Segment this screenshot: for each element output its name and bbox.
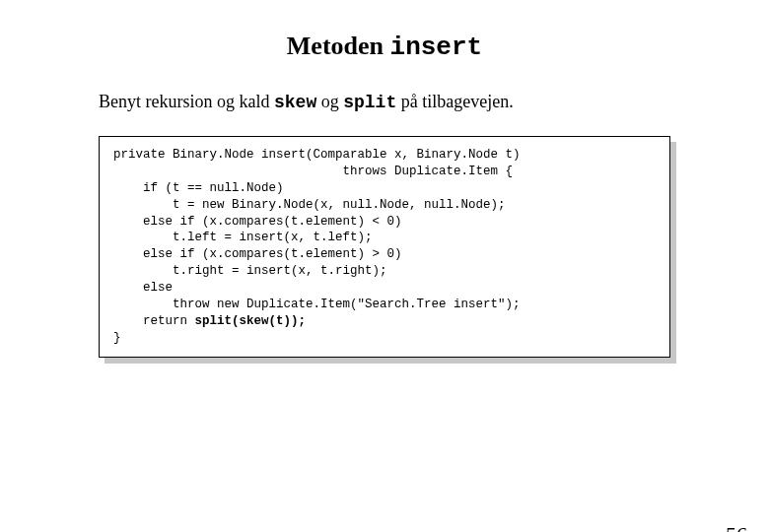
- code-l07: t.right = insert(x, t.right);: [113, 264, 387, 278]
- code-box: private Binary.Node insert(Comparable x,…: [99, 136, 670, 358]
- code-block: private Binary.Node insert(Comparable x,…: [99, 136, 670, 358]
- code-l10b: split(skew(t));: [195, 314, 307, 328]
- subtitle-m1: skew: [274, 93, 316, 112]
- code-l02: if (t == null.Node): [113, 181, 284, 195]
- code-l11: }: [113, 331, 121, 345]
- code-l01a: private Binary.Node insert(Comparable x,…: [113, 148, 521, 162]
- slide-title: Metoden insert: [0, 32, 769, 62]
- code-l06: else if (x.compares(t.element) > 0): [113, 247, 402, 261]
- code-l09: throw new Duplicate.Item("Search.Tree in…: [113, 298, 521, 311]
- page-number: 56: [726, 522, 747, 532]
- subtitle-p2: og: [316, 92, 343, 111]
- subtitle: Benyt rekursion og kald skew og split på…: [99, 92, 670, 112]
- subtitle-p1: Benyt rekursion og kald: [99, 92, 274, 111]
- title-mono: insert: [390, 33, 483, 62]
- slide: Metoden insert Benyt rekursion og kald s…: [0, 32, 769, 532]
- code-l03: t = new Binary.Node(x, null.Node, null.N…: [113, 198, 506, 212]
- code-l05: t.left = insert(x, t.left);: [113, 231, 373, 244]
- code-l10a: return: [113, 314, 195, 328]
- code-l01b: throws Duplicate.Item {: [113, 165, 513, 178]
- code-l04: else if (x.compares(t.element) < 0): [113, 215, 402, 229]
- subtitle-m2: split: [343, 93, 396, 112]
- subtitle-p3: på tilbagevejen.: [396, 92, 513, 111]
- code-l08: else: [113, 281, 173, 295]
- title-text: Metoden: [287, 32, 390, 60]
